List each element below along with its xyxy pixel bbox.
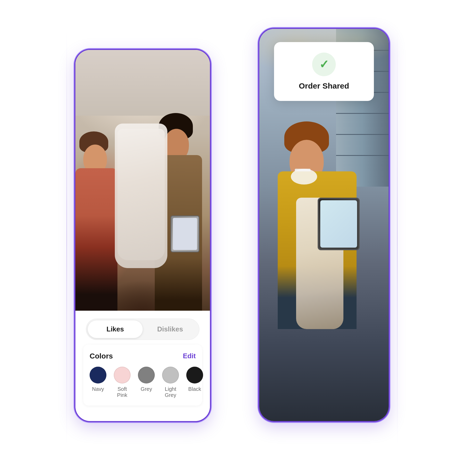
colors-title: Colors [90, 352, 113, 360]
color-item-navy[interactable]: Navy [90, 367, 106, 392]
person2-tablet [171, 216, 199, 252]
worker-figure [265, 106, 368, 421]
garment-display [115, 124, 167, 268]
color-item-light-grey[interactable]: Light Grey [162, 367, 179, 398]
likes-dislikes-toggle[interactable]: Likes Dislikes [86, 319, 199, 340]
left-phone-controls: Likes Dislikes Colors Edit Navy [75, 311, 210, 421]
phone-right: ✓ Order Shared [258, 28, 390, 422]
color-label-light-grey: Light Grey [162, 386, 179, 398]
colors-section: Colors Edit Navy Soft Pink [83, 345, 202, 406]
color-label-navy: Navy [92, 386, 104, 392]
check-circle: ✓ [312, 53, 336, 76]
worker-tablet [318, 198, 360, 250]
color-circle-light-grey [162, 367, 179, 383]
color-item-soft-pink[interactable]: Soft Pink [114, 367, 131, 398]
glow-line-left [66, 28, 67, 448]
phone-left: Likes Dislikes Colors Edit Navy [74, 49, 211, 422]
check-icon: ✓ [319, 59, 329, 70]
color-circle-navy [90, 367, 106, 383]
color-swatches: Navy Soft Pink Grey Light [90, 367, 196, 398]
worker-tablet-screen [320, 200, 357, 248]
dislikes-button[interactable]: Dislikes [143, 320, 198, 338]
likes-button[interactable]: Likes [88, 320, 143, 338]
colors-header: Colors Edit [90, 352, 196, 360]
color-circle-grey [138, 367, 155, 383]
color-item-black[interactable]: Black [186, 367, 203, 392]
scene: Likes Dislikes Colors Edit Navy [74, 28, 390, 448]
color-label-grey: Grey [141, 386, 152, 392]
color-circle-black [186, 367, 203, 383]
edit-button[interactable]: Edit [183, 352, 196, 360]
color-label-black: Black [188, 386, 201, 392]
color-item-grey[interactable]: Grey [138, 367, 155, 392]
worker-collar [291, 169, 317, 185]
glow-line-right [397, 28, 398, 448]
color-label-soft-pink: Soft Pink [114, 386, 131, 398]
left-phone-image [75, 50, 210, 326]
order-shared-card: ✓ Order Shared [274, 42, 374, 101]
color-circle-soft-pink [114, 367, 131, 383]
order-shared-title: Order Shared [299, 81, 349, 90]
